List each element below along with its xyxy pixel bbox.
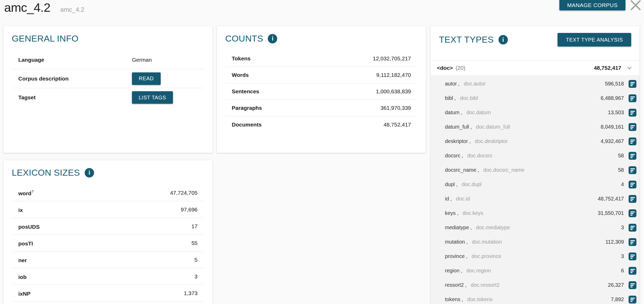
attribute-path: doc.id xyxy=(456,196,470,202)
list-tags-button[interactable]: LIST TAGS xyxy=(132,91,173,104)
lexicon-sizes-card: LEXICON SIZES i word? 47,724,705 ix 97,6… xyxy=(3,160,212,304)
count-value: 1,000,638,839 xyxy=(376,88,411,95)
text-type-attribute-row: docsrc_name , doc.docsrc_name 58 xyxy=(431,163,640,177)
wordlist-icon[interactable] xyxy=(629,181,636,188)
wordlist-icon[interactable] xyxy=(629,224,636,232)
counts-rows: Tokens 12,032,705,217 Words 9,112,182,47… xyxy=(217,50,426,133)
lexicon-attribute-label: ner xyxy=(18,256,27,263)
attribute-name: region xyxy=(445,268,460,274)
general-info-rows: Language German Corpus description READ … xyxy=(3,50,212,107)
count-label: Documents xyxy=(232,122,262,128)
count-value: 361,970,339 xyxy=(380,105,411,111)
attribute-value: 3 xyxy=(621,225,624,231)
info-icon[interactable]: i xyxy=(498,35,508,44)
text-type-attribute-row: bibl , doc.bibl 6,488,967 xyxy=(431,91,640,105)
doc-structure-row[interactable]: <doc> (20) 48,752,417 xyxy=(431,60,640,75)
attribute-value: 58 xyxy=(618,167,624,173)
text-type-attribute-row: mutation , doc.mutation 112,309 xyxy=(431,235,640,249)
text-type-attribute-row: id , doc.id 48,752,417 xyxy=(431,192,640,206)
attribute-separator: , xyxy=(470,225,472,231)
attribute-name: mutation xyxy=(445,239,465,245)
attribute-path: doc.province xyxy=(472,253,501,259)
doc-attribute-count: (20) xyxy=(456,65,465,71)
lexicon-attribute-value: 97,696 xyxy=(181,207,198,213)
wordlist-icon[interactable] xyxy=(629,267,636,275)
text-type-attribute-row: ressort2 , doc.ressort2 26,327 xyxy=(431,278,640,292)
wordlist-icon[interactable] xyxy=(629,94,636,102)
wordlist-icon[interactable] xyxy=(629,166,636,174)
attribute-path: doc.dupl xyxy=(462,181,481,187)
attribute-path: doc.bibl xyxy=(460,95,478,101)
lexicon-attribute-label: posUDS xyxy=(18,223,40,230)
attribute-value: 31,550,701 xyxy=(598,210,624,216)
chevron-down-icon[interactable] xyxy=(625,64,633,72)
close-icon[interactable] xyxy=(629,0,642,12)
text-types-card: TEXT TYPES i TEXT TYPE ANALYSIS <doc> (2… xyxy=(431,26,640,304)
attribute-name: dupl xyxy=(445,181,455,187)
wordlist-icon[interactable] xyxy=(629,137,636,145)
attribute-value: 6 xyxy=(621,268,624,274)
wordlist-icon[interactable] xyxy=(629,296,636,303)
attribute-value: 6,488,967 xyxy=(601,95,624,101)
count-row: Documents 48,752,417 xyxy=(225,116,417,133)
lexicon-attribute-label: ixNP xyxy=(18,290,31,297)
attribute-path: doc.docsrc xyxy=(467,153,492,159)
attribute-name: docsrc xyxy=(445,153,460,159)
attribute-separator: , xyxy=(456,181,458,187)
attribute-path: doc.datum_full xyxy=(476,124,510,130)
manage-corpus-button[interactable]: MANAGE CORPUS xyxy=(559,0,625,10)
wordlist-icon[interactable] xyxy=(629,195,636,203)
attribute-path: doc.deskriptor xyxy=(475,138,508,144)
lexicon-row: ix 97,696 xyxy=(12,201,204,218)
attribute-separator: , xyxy=(461,110,462,116)
attribute-value: 7,892 xyxy=(611,296,624,302)
attribute-value: 4,932,467 xyxy=(601,138,624,144)
corpus-description-row: Corpus description READ xyxy=(12,69,204,88)
attribute-value: 26,327 xyxy=(608,282,624,288)
wordlist-icon[interactable] xyxy=(629,123,636,131)
lexicon-attribute-label: ix xyxy=(18,206,23,213)
info-icon[interactable]: i xyxy=(85,168,94,177)
page-title: amc_4.2 xyxy=(4,0,50,15)
attribute-name: datum_full xyxy=(445,124,469,130)
info-icon[interactable]: i xyxy=(268,34,277,43)
attribute-separator: , xyxy=(469,138,471,144)
attribute-value: 48,752,417 xyxy=(598,196,624,202)
language-label: Language xyxy=(18,57,132,63)
lexicon-row: word? 47,724,705 xyxy=(12,185,204,201)
attribute-path: doc.mutation xyxy=(472,239,502,245)
language-value: German xyxy=(132,57,152,63)
attribute-path: doc.autor xyxy=(464,81,485,87)
attribute-value: 8,049,161 xyxy=(601,124,624,130)
lexicon-attribute-value: 1,373 xyxy=(184,290,198,296)
count-value: 9,112,182,470 xyxy=(376,72,411,78)
page-header: amc_4.2 amc_4.2 MANAGE CORPUS xyxy=(0,0,644,25)
lexicon-attribute-value: 47,724,705 xyxy=(170,190,198,196)
wordlist-icon[interactable] xyxy=(629,253,636,260)
attribute-value: 3 xyxy=(621,253,624,259)
lexicon-attribute-value: 17 xyxy=(192,223,198,230)
attribute-separator: , xyxy=(462,153,463,159)
attribute-value: 58 xyxy=(618,153,624,159)
wordlist-icon[interactable] xyxy=(629,80,636,88)
text-type-attribute-row: province , doc.province 3 xyxy=(431,249,640,263)
text-type-analysis-button[interactable]: TEXT TYPE ANALYSIS xyxy=(558,33,631,47)
wordlist-icon[interactable] xyxy=(629,209,636,217)
wordlist-icon[interactable] xyxy=(629,109,636,117)
lexicon-row: ixNP 1,373 xyxy=(12,285,204,302)
wordlist-icon[interactable] xyxy=(629,238,636,246)
text-type-attribute-row: docsrc , doc.docsrc 58 xyxy=(431,148,640,163)
corpus-info-page: amc_4.2 amc_4.2 MANAGE CORPUS GENERAL IN… xyxy=(0,0,644,304)
language-row: Language German xyxy=(12,50,204,69)
lexicon-attribute-label: word? xyxy=(18,189,34,197)
counts-card: COUNTS i Tokens 12,032,705,217 Words 9,1… xyxy=(217,26,426,153)
count-value: 12,032,705,217 xyxy=(373,55,411,62)
wordlist-icon[interactable] xyxy=(629,152,636,160)
wordlist-icon[interactable] xyxy=(629,281,636,289)
general-info-title: GENERAL INFO xyxy=(12,33,79,44)
read-description-button[interactable]: READ xyxy=(132,72,161,85)
attribute-path: doc.keys xyxy=(463,210,483,216)
count-row: Words 9,112,182,470 xyxy=(225,67,417,83)
attribute-separator: , xyxy=(466,239,468,245)
text-type-attribute-row: datum_full , doc.datum_full 8,049,161 xyxy=(431,120,640,134)
